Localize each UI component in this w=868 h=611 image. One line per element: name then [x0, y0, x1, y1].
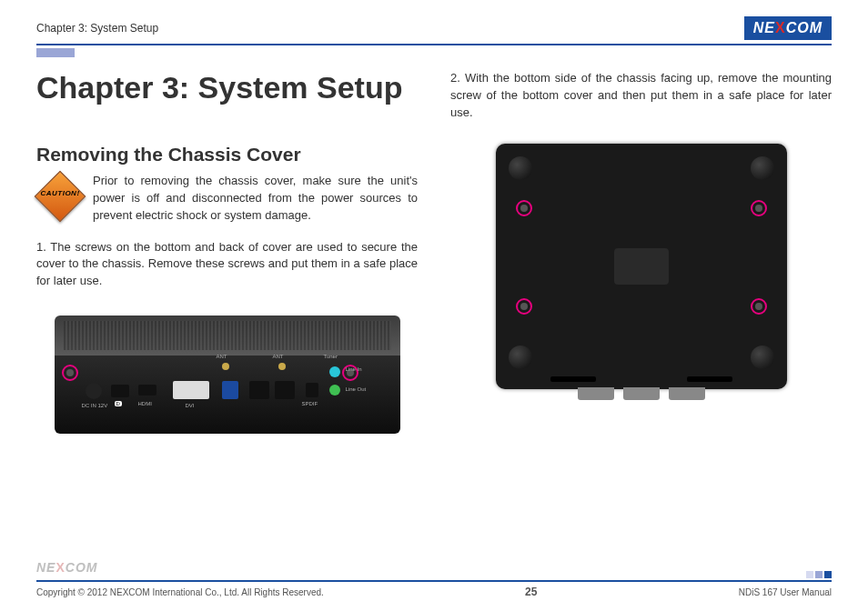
figure-bottom-chassis	[450, 135, 832, 389]
header-bar: Chapter 3: System Setup NEXCOM	[36, 16, 832, 45]
product-label-icon	[614, 248, 669, 285]
port-label: ANT	[273, 354, 284, 359]
right-column: 2. With the bottom side of the chassis f…	[450, 70, 832, 434]
displayport-icon	[111, 385, 129, 397]
port-label: D	[115, 401, 122, 406]
brand-prefix: NE	[753, 20, 775, 35]
screw-marker-icon	[62, 365, 78, 381]
document-title: NDiS 167 User Manual	[739, 587, 832, 597]
dc-in-port-icon	[86, 383, 102, 399]
port-label: DVI	[186, 403, 195, 408]
ethernet-port-icon	[249, 381, 269, 399]
header-accent-bar	[36, 48, 75, 57]
rubber-foot-icon	[751, 346, 774, 369]
hdmi-port-icon	[138, 385, 156, 396]
usb-port-icon	[222, 381, 238, 399]
ethernet-port-icon	[275, 381, 295, 399]
antenna-port-icon	[222, 363, 229, 370]
brand-suffix: COM	[66, 560, 98, 575]
screw-marker-icon	[751, 200, 767, 216]
brand-prefix: NE	[36, 560, 56, 575]
line-out-jack-icon	[329, 385, 340, 396]
rubber-foot-icon	[509, 346, 532, 369]
footer-brand-logo: NEXCOM	[36, 560, 97, 575]
brand-x: X	[56, 560, 65, 575]
spdif-port-icon	[306, 383, 318, 397]
brand-suffix: COM	[786, 20, 823, 35]
port-label: Tuner	[324, 354, 338, 359]
left-column: Chapter 3: System Setup Removing the Cha…	[36, 70, 418, 434]
page-footer: NEXCOM Copyright © 2012 NEXCOM Internati…	[36, 580, 832, 598]
chapter-title: Chapter 3: System Setup	[36, 70, 418, 105]
port-label: Line Out	[346, 386, 367, 392]
step-1-text: 1. The screws on the bottom and back of …	[36, 239, 418, 291]
vent-slot-icon	[550, 376, 596, 382]
brand-x: X	[775, 20, 786, 35]
screw-marker-icon	[516, 200, 532, 216]
screw-marker-icon	[751, 298, 767, 315]
figure-rear-chassis: DC IN 12V D HDMI DVI ANT ANT	[36, 303, 418, 434]
footer-accent-icon	[806, 571, 832, 578]
vent-slot-icon	[687, 376, 732, 382]
port-label: ANT	[217, 354, 227, 359]
device-bottom-illustration	[496, 144, 787, 389]
caution-icon: CAUTION!	[36, 173, 84, 220]
caution-badge-label: CAUTION!	[36, 189, 84, 197]
screw-marker-icon	[516, 298, 532, 315]
antenna-port-icon	[278, 363, 286, 370]
port-label: HDMI	[138, 401, 152, 406]
port-label: DC IN 12V	[82, 403, 108, 408]
caution-text: Prior to removing the chassis cover, mak…	[93, 173, 418, 225]
rubber-foot-icon	[751, 156, 774, 180]
device-rear-illustration: DC IN 12V D HDMI DVI ANT ANT	[55, 316, 400, 434]
copyright-text: Copyright © 2012 NEXCOM International Co…	[36, 587, 324, 597]
brand-logo: NEXCOM	[744, 16, 832, 40]
caution-block: CAUTION! Prior to removing the chassis c…	[36, 173, 418, 225]
port-label: Line In	[346, 366, 362, 372]
page-number: 25	[525, 586, 537, 598]
rubber-foot-icon	[509, 156, 532, 180]
rear-connectors-icon	[560, 387, 723, 402]
step-2-text: 2. With the bottom side of the chassis f…	[450, 70, 832, 122]
line-in-jack-icon	[329, 366, 340, 377]
section-title: Removing the Chassis Cover	[36, 144, 418, 165]
port-label: SPDIF	[302, 401, 318, 406]
breadcrumb: Chapter 3: System Setup	[36, 22, 158, 35]
dvi-port-icon	[173, 381, 209, 399]
